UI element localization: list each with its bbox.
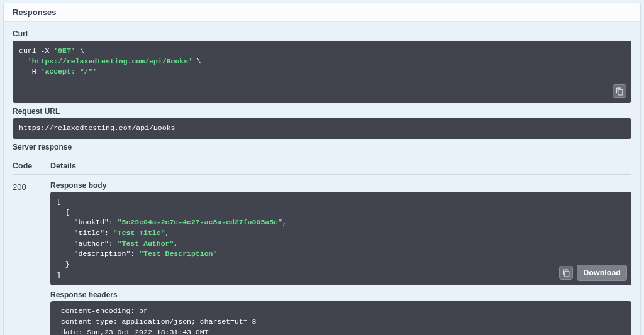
clipboard-icon — [616, 87, 624, 96]
curl-header: 'accept: */*' — [41, 67, 97, 75]
code-column-header: Code — [13, 162, 50, 170]
request-url-value: https://relaxedtesting.com/api/Books — [19, 124, 175, 132]
server-response-row: 200 Response body [ { "bookId": "5c29c04… — [13, 175, 631, 335]
response-body-actions: Download — [559, 265, 627, 281]
response-body-label: Response body — [50, 181, 631, 190]
copy-curl-button[interactable] — [613, 84, 626, 98]
curl-text: curl -X — [19, 47, 53, 55]
clipboard-icon — [562, 269, 570, 277]
request-url-label: Request URL — [13, 107, 631, 116]
curl-url: 'https://relaxedtesting.com/api/Books' — [19, 57, 192, 65]
curl-label: Curl — [13, 30, 631, 38]
server-response-header-row: Code Details — [13, 157, 631, 175]
server-response-label: Server response — [13, 143, 631, 151]
request-url-block: https://relaxedtesting.com/api/Books — [13, 118, 631, 139]
copy-response-button[interactable] — [559, 266, 573, 280]
responses-panel: Responses Curl curl -X 'GET' \ 'https://… — [3, 3, 641, 335]
details-column-header: Details — [50, 162, 631, 170]
curl-block: curl -X 'GET' \ 'https://relaxedtesting.… — [13, 41, 631, 103]
response-details: Response body [ { "bookId": "5c29c04a-2c… — [50, 181, 631, 335]
curl-method: 'GET' — [53, 47, 75, 55]
response-headers-label: Response headers — [50, 290, 631, 299]
panel-content: Curl curl -X 'GET' \ 'https://relaxedtes… — [4, 22, 640, 335]
panel-title: Responses — [4, 3, 640, 22]
download-button[interactable]: Download — [577, 265, 627, 281]
response-headers-block: content-encoding: br content-type: appli… — [50, 301, 631, 335]
response-body-block: [ { "bookId": "5c29c04a-2c7c-4c27-ac8a-e… — [50, 192, 631, 285]
response-body-wrap: [ { "bookId": "5c29c04a-2c7c-4c27-ac8a-e… — [50, 192, 631, 285]
response-headers-text: content-encoding: br content-type: appli… — [57, 307, 278, 335]
response-code: 200 — [13, 181, 50, 192]
